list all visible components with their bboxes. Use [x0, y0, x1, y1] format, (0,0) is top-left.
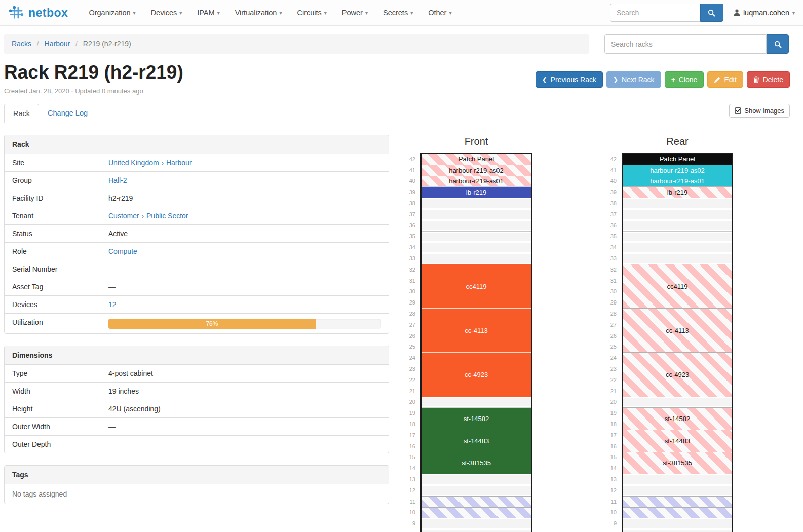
breadcrumb-separator: /	[75, 40, 78, 48]
rack-slot-st-14483[interactable]: st-14483	[422, 430, 531, 452]
rack-slot-st-381535[interactable]: st-381535	[422, 452, 531, 474]
rack-slot-st-14582[interactable]: st-14582	[623, 407, 732, 430]
tabs: Rack Change Log Show Images	[4, 104, 790, 123]
rack-slot-st-14483[interactable]: st-14483	[623, 430, 732, 452]
rack-slot-st-381535[interactable]: st-381535	[623, 452, 732, 474]
value-link[interactable]: Customer	[108, 212, 139, 220]
value-link[interactable]: Public Sector	[146, 212, 188, 220]
unit-number: 26	[404, 330, 420, 341]
nav-menu-secrets[interactable]: Secrets▾	[375, 0, 420, 26]
rack-slot-empty	[422, 231, 531, 242]
global-search-button[interactable]	[700, 4, 723, 22]
unit-number: 38	[404, 198, 420, 209]
tab-change-log[interactable]: Change Log	[39, 104, 96, 123]
rack-search-button[interactable]	[767, 34, 789, 54]
value-text: Active	[108, 230, 128, 238]
rack-slot-cc-4113[interactable]: cc-4113	[422, 308, 531, 352]
value-text: ›	[162, 159, 164, 167]
row-label: Type	[5, 365, 104, 382]
rack-slot-Patch Panel[interactable]: Patch Panel	[623, 154, 732, 165]
row-label: Facility ID	[5, 189, 104, 207]
nav-menu-ipam[interactable]: IPAM▾	[189, 0, 227, 26]
rack-slot-empty	[422, 198, 531, 209]
rack-slot-lb-r219[interactable]: lb-r219	[623, 186, 732, 198]
unit-number: 21	[404, 386, 420, 397]
chevron-down-icon: ▾	[365, 10, 368, 16]
unit-number: 26	[605, 330, 622, 341]
value-link[interactable]: United Kingdom	[108, 159, 159, 167]
rack-slot-harbour-r219-as02[interactable]: harbour-r219-as02	[422, 165, 531, 176]
rack-slot-cc4119[interactable]: cc4119	[422, 264, 531, 308]
tags-panel: Tags No tags assigned	[4, 465, 389, 504]
unit-number: 23	[605, 363, 622, 374]
value-link[interactable]: 12	[108, 300, 117, 309]
unit-number: 42	[605, 154, 622, 165]
nav-menu-power[interactable]: Power▾	[334, 0, 375, 26]
edit-button[interactable]: Edit	[707, 71, 743, 88]
rack-slot-harbour-r219-as01[interactable]: harbour-r219-as01	[623, 176, 732, 187]
previous-rack-button[interactable]: ❮ Previous Rack	[536, 71, 603, 88]
rack-slot-harbour-r219-as01[interactable]: harbour-r219-as01	[422, 176, 531, 187]
nav-menu-circuits[interactable]: Circuits▾	[289, 0, 334, 26]
dimensions-panel-title: Dimensions	[5, 346, 389, 365]
unit-number: 31	[404, 275, 420, 286]
rack-slot-reserved	[623, 496, 732, 507]
rack-slot-lb-r219[interactable]: lb-r219	[422, 186, 531, 198]
rack-slot-cc-4923[interactable]: cc-4923	[623, 352, 732, 396]
nav-menu-other[interactable]: Other▾	[420, 0, 459, 26]
action-buttons: ❮ Previous Rack ❯ Next Rack + Clone Edit	[536, 71, 790, 88]
row-label: Site	[5, 154, 104, 171]
rack-search-input[interactable]	[604, 34, 767, 54]
nav-menu-organization[interactable]: Organization▾	[81, 0, 143, 26]
dimensions-panel-rows: Type4-post cabinetWidth19 inchesHeight42…	[5, 365, 389, 453]
rack-slot-cc-4113[interactable]: cc-4113	[623, 308, 732, 352]
rack-slot-Patch Panel[interactable]: Patch Panel	[422, 154, 531, 165]
value-link[interactable]: Harbour	[166, 159, 192, 167]
unit-number: 25	[404, 341, 420, 353]
unit-number: 12	[404, 485, 420, 496]
unit-number: 19	[605, 407, 622, 419]
tab-rack[interactable]: Rack	[4, 104, 39, 123]
breadcrumb: Racks / Harbour / R219 (h2-r219)	[4, 34, 589, 54]
rack-slot-st-14582[interactable]: st-14582	[422, 407, 531, 430]
rack-slot-cc-4923[interactable]: cc-4923	[422, 352, 531, 396]
rack-slot-empty	[623, 518, 732, 529]
next-rack-button[interactable]: ❯ Next Rack	[606, 71, 661, 88]
rack-slot-cc4119[interactable]: cc4119	[623, 264, 732, 308]
breadcrumb-racks[interactable]: Racks	[12, 40, 31, 48]
show-images-button[interactable]: Show Images	[729, 104, 790, 118]
row-label: Role	[5, 243, 104, 260]
unit-number: 32	[605, 264, 622, 275]
unit-number: 9	[605, 518, 622, 529]
row-label: Outer Depth	[5, 436, 104, 453]
netbox-logo[interactable]: netbox	[8, 5, 68, 20]
pencil-icon	[714, 77, 720, 83]
unit-number: 39	[404, 186, 420, 198]
chevron-down-icon: ▾	[449, 10, 451, 16]
rack-slot-reserved	[422, 507, 531, 518]
table-row: StatusActive	[5, 224, 389, 242]
value-link[interactable]: Compute	[108, 247, 137, 255]
unit-number: 16	[605, 441, 622, 452]
utilization-bar-fill: 76%	[108, 319, 316, 329]
row-value: h2-r219	[104, 189, 389, 207]
value-link[interactable]: Hall-2	[108, 176, 127, 184]
user-menu[interactable]: luqman.cohen ▾	[734, 9, 795, 17]
delete-button[interactable]: Delete	[747, 71, 790, 88]
breadcrumb-harbour[interactable]: Harbour	[45, 40, 70, 48]
unit-number: 22	[404, 374, 420, 386]
unit-number: 40	[605, 176, 622, 187]
chevron-right-icon: ❯	[613, 76, 618, 83]
clone-button[interactable]: + Clone	[665, 71, 704, 88]
rack-panel: Rack SiteUnited Kingdom›HarbourGroupHall…	[4, 135, 389, 334]
table-row: GroupHall-2	[5, 171, 389, 189]
nav-menus: Organization▾Devices▾IPAM▾Virtualization…	[81, 0, 459, 26]
rack-slot-empty	[422, 397, 531, 408]
nav-menu-virtualization[interactable]: Virtualization▾	[227, 0, 290, 26]
global-search-input[interactable]	[610, 4, 700, 22]
rack-slot-harbour-r219-as02[interactable]: harbour-r219-as02	[623, 165, 732, 176]
nav-menu-devices[interactable]: Devices▾	[143, 0, 190, 26]
dimensions-panel: Dimensions Type4-post cabinetWidth19 inc…	[4, 346, 389, 453]
unit-number: 20	[605, 397, 622, 408]
table-row: Serial Number—	[5, 260, 389, 278]
